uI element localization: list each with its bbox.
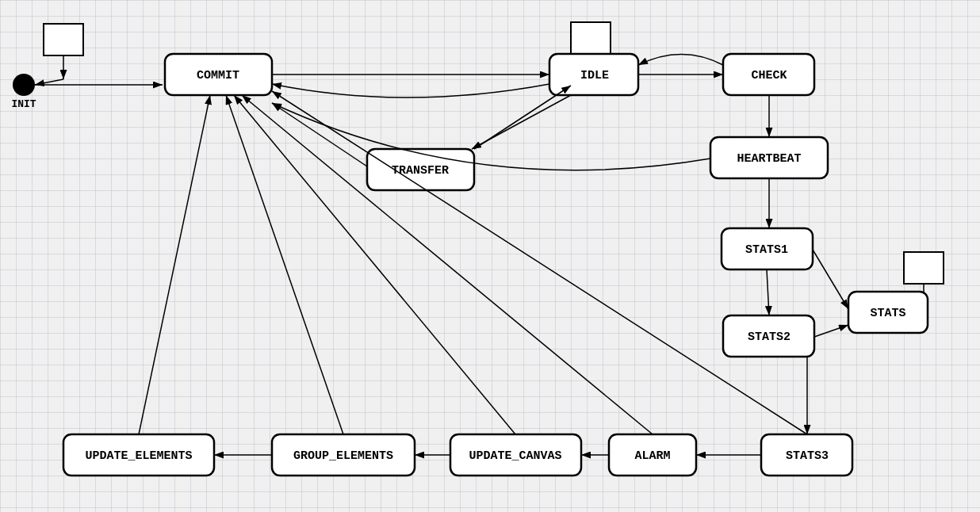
- stats2-label: STATS2: [748, 331, 791, 344]
- svg-line-2: [35, 79, 63, 85]
- group-elements-label: GROUP_ELEMENTS: [293, 449, 393, 463]
- init-box: [44, 24, 83, 55]
- commit-label: COMMIT: [197, 69, 239, 82]
- heartbeat-label: HEARTBEAT: [737, 152, 801, 166]
- init-label: INIT: [11, 98, 36, 110]
- check-input-box: [571, 22, 611, 54]
- stats1-label: STATS1: [745, 243, 788, 257]
- transfer-label: TRANSFER: [392, 164, 449, 178]
- diagram-canvas: INIT COMMIT IDLE CHECK HEARTBEAT TRANSFE…: [0, 0, 980, 512]
- alarm-label: ALARM: [634, 449, 670, 463]
- init-circle: [13, 74, 35, 96]
- check-label: CHECK: [751, 69, 787, 82]
- idle-label: IDLE: [580, 69, 609, 82]
- svg-line-13: [814, 325, 848, 337]
- svg-line-10: [767, 269, 769, 315]
- svg-line-11: [813, 250, 848, 309]
- stats3-label: STATS3: [786, 449, 829, 463]
- stats-input-box: [904, 252, 944, 284]
- update-elements-label: UPDATE_ELEMENTS: [85, 449, 192, 463]
- update-canvas-label: UPDATE_CANVAS: [469, 449, 561, 463]
- state-diagram-svg: INIT COMMIT IDLE CHECK HEARTBEAT TRANSFE…: [0, 0, 980, 512]
- stats-label: STATS: [870, 307, 905, 320]
